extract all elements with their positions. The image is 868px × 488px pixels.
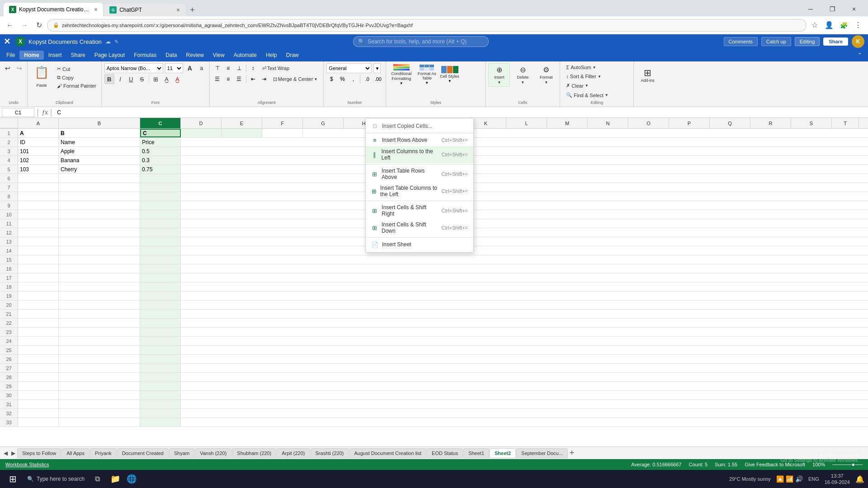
col-header-N[interactable]: N xyxy=(588,118,628,128)
cell-A21[interactable] xyxy=(18,310,59,318)
cell-C26[interactable] xyxy=(140,355,181,363)
cell-C32[interactable] xyxy=(140,409,181,418)
col-header-Q[interactable]: Q xyxy=(710,118,750,128)
insert-copied-cells-item[interactable]: ⊡ Insert Copied Cells... xyxy=(366,120,473,132)
row-num-19[interactable]: 19 xyxy=(0,291,18,300)
cell-B32[interactable] xyxy=(59,409,140,418)
row-num-1[interactable]: 1 xyxy=(0,129,18,137)
feedback-link[interactable]: Give Feedback to Microsoft xyxy=(745,462,805,467)
cell-C6[interactable] xyxy=(140,174,181,183)
taskbar-search[interactable]: 🔍 Type here to search xyxy=(24,472,88,486)
cell-B28[interactable] xyxy=(59,373,140,381)
sheet-tab-srashti[interactable]: Srashti (220) xyxy=(311,448,349,458)
format-painter-button[interactable]: 🖌 Format Painter xyxy=(55,82,99,89)
row-num-23[interactable]: 23 xyxy=(0,328,18,336)
taskbar-view-button[interactable]: ⧉ xyxy=(90,472,104,486)
paste-button[interactable]: 📋 xyxy=(30,63,53,83)
menu-formulas[interactable]: Formulas xyxy=(129,51,161,60)
add-sheet-button[interactable]: + xyxy=(570,448,575,458)
merge-center-button[interactable]: ⊡ Merge & Center ▼ xyxy=(270,74,321,84)
cell-C18[interactable] xyxy=(140,282,181,291)
cell-A7[interactable] xyxy=(18,183,59,192)
row-num-12[interactable]: 12 xyxy=(0,228,18,237)
browser-menu-button[interactable]: ⋮ xyxy=(852,19,864,32)
row-num-31[interactable]: 31 xyxy=(0,400,18,408)
cell-B17[interactable] xyxy=(59,273,140,282)
back-button[interactable]: ← xyxy=(4,19,16,32)
cell-B16[interactable] xyxy=(59,264,140,273)
menu-draw[interactable]: Draw xyxy=(282,51,303,60)
align-center-button[interactable]: ≡ xyxy=(223,74,233,84)
cell-B20[interactable] xyxy=(59,300,140,309)
cell-A5[interactable]: 103 xyxy=(18,165,59,174)
reload-button[interactable]: ↻ xyxy=(33,19,45,32)
cell-C2[interactable]: Price xyxy=(140,138,181,146)
font-color-button[interactable]: A̲ xyxy=(173,74,183,84)
close-browser-button[interactable]: × xyxy=(844,2,864,16)
sheet-tab-allapps[interactable]: All Apps xyxy=(61,448,90,458)
cell-B11[interactable] xyxy=(59,219,140,228)
editing-button[interactable]: Editing xyxy=(795,37,820,46)
cell-A1[interactable]: A xyxy=(18,129,59,137)
cell-A24[interactable] xyxy=(18,337,59,345)
sheet-tab-shyam[interactable]: Shyam xyxy=(169,448,194,458)
cell-A26[interactable] xyxy=(18,355,59,363)
cell-B10[interactable] xyxy=(59,210,140,219)
wrap-text-button[interactable]: ⏎ Text Wrap xyxy=(259,63,292,73)
insert-cells-shift-down-item[interactable]: ⊞ Insert Cells & Shift Down Ctrl+Shift+= xyxy=(366,219,473,236)
cell-C27[interactable] xyxy=(140,364,181,372)
col-header-F[interactable]: F xyxy=(262,118,303,128)
cell-C17[interactable] xyxy=(140,273,181,282)
insert-columns-left-item[interactable]: ∥ Insert Columns to the Left Ctrl+Shift+… xyxy=(366,146,473,163)
cell-B27[interactable] xyxy=(59,364,140,372)
menu-view[interactable]: View xyxy=(208,51,229,60)
align-top-button[interactable]: ⊤ xyxy=(212,63,222,73)
align-right-button[interactable]: ☰ xyxy=(234,74,244,84)
cell-B19[interactable] xyxy=(59,291,140,300)
sheet-tab-vansh[interactable]: Vansh (220) xyxy=(195,448,231,458)
row-num-9[interactable]: 9 xyxy=(0,201,18,210)
row-num-21[interactable]: 21 xyxy=(0,310,18,318)
cell-C19[interactable] xyxy=(140,291,181,300)
align-left-button[interactable]: ☰ xyxy=(212,74,222,84)
cell-A12[interactable] xyxy=(18,228,59,237)
cell-B15[interactable] xyxy=(59,255,140,264)
font-shrink-button[interactable]: a xyxy=(197,63,207,73)
clear-button[interactable]: ✗ Clear ▼ xyxy=(563,81,591,90)
bold-button[interactable]: B xyxy=(104,74,114,84)
cell-C30[interactable] xyxy=(140,391,181,399)
cell-A13[interactable] xyxy=(18,237,59,246)
sheet-tab-document-created[interactable]: Document Created xyxy=(117,448,169,458)
add-tab-button[interactable]: + xyxy=(186,4,198,16)
font-family-select[interactable]: Aptos Narrow (Bo... xyxy=(104,63,163,73)
format-table-button[interactable]: Format As Table ▼ xyxy=(415,64,438,85)
cell-B21[interactable] xyxy=(59,310,140,318)
browser-tab-1[interactable]: X Kopyst Documents Creation.xl... × xyxy=(4,3,103,16)
decrease-decimal-button[interactable]: .0 xyxy=(362,74,372,84)
share-button[interactable]: Share xyxy=(823,38,848,46)
row-num-18[interactable]: 18 xyxy=(0,282,18,291)
ribbon-collapse-icon[interactable]: ⌃ xyxy=(854,52,866,59)
row-num-13[interactable]: 13 xyxy=(0,237,18,246)
cell-C20[interactable] xyxy=(140,300,181,309)
scroll-sheets-left[interactable]: ◀ xyxy=(2,450,9,456)
cell-A31[interactable] xyxy=(18,400,59,408)
col-header-P[interactable]: P xyxy=(669,118,710,128)
underline-button[interactable]: U xyxy=(126,74,136,84)
tab-2-close[interactable]: × xyxy=(176,6,180,14)
row-num-17[interactable]: 17 xyxy=(0,273,18,282)
redo-button[interactable]: ↪ xyxy=(14,63,24,73)
zoom-level[interactable]: 100% xyxy=(812,462,825,467)
cell-C15[interactable] xyxy=(140,255,181,264)
percent-button[interactable]: $ xyxy=(326,74,336,84)
menu-home[interactable]: Home xyxy=(19,51,43,60)
sheet-tab-eod[interactable]: EOD Status xyxy=(427,448,463,458)
windows-start-button[interactable]: ⊞ xyxy=(4,472,22,486)
cell-A22[interactable] xyxy=(18,319,59,327)
col-header-B[interactable]: B xyxy=(59,118,140,128)
row-num-7[interactable]: 7 xyxy=(0,183,18,192)
cell-B1[interactable]: B xyxy=(59,129,140,137)
cell-C22[interactable] xyxy=(140,319,181,327)
cell-C7[interactable] xyxy=(140,183,181,192)
number-format-select[interactable]: General xyxy=(326,63,372,73)
